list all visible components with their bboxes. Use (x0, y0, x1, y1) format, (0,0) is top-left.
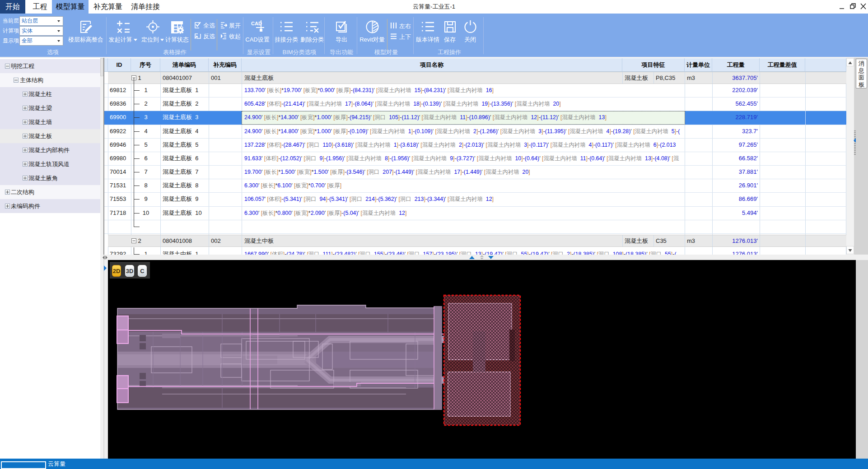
svg-text:CAD: CAD (251, 21, 262, 26)
